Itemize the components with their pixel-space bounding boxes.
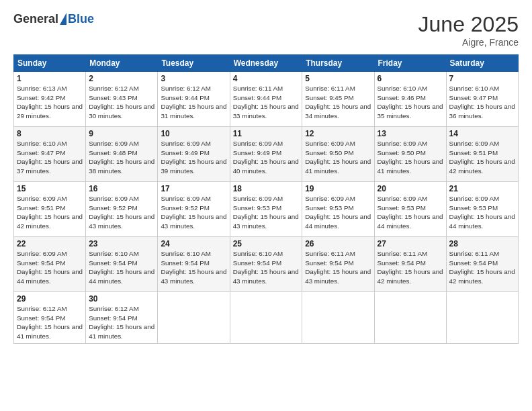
day-25: 25 Sunrise: 6:10 AM Sunset: 9:54 PM Dayl… [230, 237, 302, 292]
header-saturday: Saturday [446, 55, 518, 72]
header: General Blue June 2025 Aigre, France [13, 12, 519, 48]
week-row-4: 22 Sunrise: 6:09 AM Sunset: 9:54 PM Dayl… [14, 237, 519, 292]
logo-triangle-icon [60, 13, 66, 25]
day-17: 17 Sunrise: 6:09 AM Sunset: 9:52 PM Dayl… [158, 182, 230, 237]
day-23: 23 Sunrise: 6:10 AM Sunset: 9:54 PM Dayl… [86, 237, 158, 292]
day-7: 7 Sunrise: 6:10 AM Sunset: 9:47 PM Dayli… [446, 72, 518, 127]
day-1: 1 Sunrise: 6:13 AM Sunset: 9:42 PM Dayli… [14, 72, 86, 127]
day-8: 8 Sunrise: 6:10 AM Sunset: 9:47 PM Dayli… [14, 127, 86, 182]
day-22: 22 Sunrise: 6:09 AM Sunset: 9:54 PM Dayl… [14, 237, 86, 292]
header-wednesday: Wednesday [230, 55, 302, 72]
empty-cell-2 [230, 292, 302, 344]
logo-blue-text: Blue [68, 12, 94, 26]
week-row-1: 1 Sunrise: 6:13 AM Sunset: 9:42 PM Dayli… [14, 72, 519, 127]
week-row-2: 8 Sunrise: 6:10 AM Sunset: 9:47 PM Dayli… [14, 127, 519, 182]
day-15: 15 Sunrise: 6:09 AM Sunset: 9:51 PM Dayl… [14, 182, 86, 237]
day-18: 18 Sunrise: 6:09 AM Sunset: 9:53 PM Dayl… [230, 182, 302, 237]
day-2: 2 Sunrise: 6:12 AM Sunset: 9:43 PM Dayli… [86, 72, 158, 127]
day-12: 12 Sunrise: 6:09 AM Sunset: 9:50 PM Dayl… [302, 127, 374, 182]
day-10: 10 Sunrise: 6:09 AM Sunset: 9:49 PM Dayl… [158, 127, 230, 182]
day-19: 19 Sunrise: 6:09 AM Sunset: 9:53 PM Dayl… [302, 182, 374, 237]
header-sunday: Sunday [14, 55, 86, 72]
header-monday: Monday [86, 55, 158, 72]
day-14: 14 Sunrise: 6:09 AM Sunset: 9:51 PM Dayl… [446, 127, 518, 182]
logo-general-text: General [13, 12, 58, 26]
header-tuesday: Tuesday [158, 55, 230, 72]
day-28: 28 Sunrise: 6:11 AM Sunset: 9:54 PM Dayl… [446, 237, 518, 292]
day-11: 11 Sunrise: 6:09 AM Sunset: 9:49 PM Dayl… [230, 127, 302, 182]
empty-cell-4 [374, 292, 446, 344]
weekday-header-row: Sunday Monday Tuesday Wednesday Thursday… [14, 55, 519, 72]
empty-cell-3 [302, 292, 374, 344]
day-3: 3 Sunrise: 6:12 AM Sunset: 9:44 PM Dayli… [158, 72, 230, 127]
day-5: 5 Sunrise: 6:11 AM Sunset: 9:45 PM Dayli… [302, 72, 374, 127]
day-4: 4 Sunrise: 6:11 AM Sunset: 9:44 PM Dayli… [230, 72, 302, 127]
day-27: 27 Sunrise: 6:11 AM Sunset: 9:54 PM Dayl… [374, 237, 446, 292]
calendar-title: June 2025 [418, 12, 519, 37]
empty-cell-1 [158, 292, 230, 344]
day-24: 24 Sunrise: 6:10 AM Sunset: 9:54 PM Dayl… [158, 237, 230, 292]
header-thursday: Thursday [302, 55, 374, 72]
calendar-subtitle: Aigre, France [418, 37, 519, 48]
week-row-5: 29 Sunrise: 6:12 AM Sunset: 9:54 PM Dayl… [14, 292, 519, 344]
day-30: 30 Sunrise: 6:12 AM Sunset: 9:54 PM Dayl… [86, 292, 158, 344]
day-6: 6 Sunrise: 6:10 AM Sunset: 9:46 PM Dayli… [374, 72, 446, 127]
week-row-3: 15 Sunrise: 6:09 AM Sunset: 9:51 PM Dayl… [14, 182, 519, 237]
calendar-table: Sunday Monday Tuesday Wednesday Thursday… [13, 54, 519, 344]
day-26: 26 Sunrise: 6:11 AM Sunset: 9:54 PM Dayl… [302, 237, 374, 292]
day-16: 16 Sunrise: 6:09 AM Sunset: 9:52 PM Dayl… [86, 182, 158, 237]
logo: General Blue [13, 12, 94, 26]
title-block: June 2025 Aigre, France [418, 12, 519, 48]
day-21: 21 Sunrise: 6:09 AM Sunset: 9:53 PM Dayl… [446, 182, 518, 237]
page: General Blue June 2025 Aigre, France Sun… [0, 0, 532, 411]
day-29: 29 Sunrise: 6:12 AM Sunset: 9:54 PM Dayl… [14, 292, 86, 344]
empty-cell-5 [446, 292, 518, 344]
day-20: 20 Sunrise: 6:09 AM Sunset: 9:53 PM Dayl… [374, 182, 446, 237]
day-13: 13 Sunrise: 6:09 AM Sunset: 9:50 PM Dayl… [374, 127, 446, 182]
header-friday: Friday [374, 55, 446, 72]
day-9: 9 Sunrise: 6:09 AM Sunset: 9:48 PM Dayli… [86, 127, 158, 182]
